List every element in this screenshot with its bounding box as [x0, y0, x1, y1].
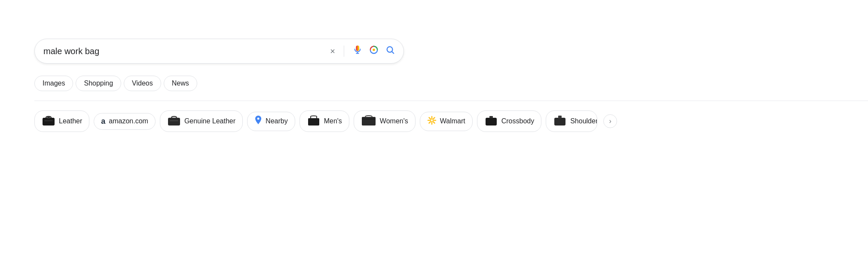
- divider: [344, 46, 344, 57]
- search-icons: ×: [330, 45, 395, 57]
- svg-line-19: [433, 117, 434, 119]
- search-input[interactable]: [43, 46, 330, 56]
- svg-rect-6: [44, 120, 53, 121]
- leather-label: Leather: [59, 117, 82, 125]
- shoulder-label: Shoulder: [570, 117, 597, 125]
- leather-bag-icon: [42, 114, 55, 128]
- clear-icon[interactable]: ×: [330, 47, 335, 55]
- genuine-leather-bag-icon: [167, 114, 181, 128]
- tab-images[interactable]: Images: [34, 76, 73, 91]
- tab-shopping[interactable]: Shopping: [76, 76, 121, 91]
- womens-bag-icon: [361, 114, 376, 128]
- svg-line-3: [392, 52, 394, 53]
- separator: [34, 101, 868, 101]
- svg-rect-22: [489, 116, 493, 118]
- svg-point-1: [373, 49, 375, 51]
- walmart-icon: [427, 116, 437, 127]
- tab-videos[interactable]: Videos: [124, 76, 161, 91]
- amazon-label: amazon.com: [109, 117, 148, 125]
- svg-rect-23: [554, 118, 565, 125]
- shoulder-bag-icon: [553, 114, 567, 128]
- svg-rect-21: [486, 118, 497, 125]
- svg-line-18: [433, 121, 434, 123]
- filter-chip-crossbody[interactable]: Crossbody: [477, 110, 541, 132]
- filter-chip-leather[interactable]: Leather: [34, 110, 89, 132]
- svg-rect-10: [308, 118, 319, 125]
- svg-rect-4: [43, 118, 55, 125]
- microphone-icon[interactable]: [353, 45, 362, 57]
- filter-chip-nearby[interactable]: Nearby: [247, 112, 295, 131]
- mens-label: Men's: [324, 117, 342, 125]
- svg-rect-24: [558, 116, 562, 118]
- crossbody-bag-icon: [484, 114, 498, 128]
- chevron-right-icon: ›: [609, 117, 611, 125]
- amazon-logo-icon: a: [101, 117, 105, 126]
- nearby-label: Nearby: [266, 117, 288, 125]
- svg-rect-12: [362, 119, 376, 119]
- search-button-icon[interactable]: [385, 45, 395, 57]
- svg-line-20: [429, 121, 431, 123]
- walmart-label: Walmart: [440, 117, 465, 125]
- genuine-leather-label: Genuine Leather: [184, 117, 235, 125]
- filter-chip-mens[interactable]: Men's: [300, 110, 349, 132]
- filter-chip-walmart[interactable]: Walmart: [420, 112, 473, 131]
- location-pin-icon: [254, 116, 262, 127]
- filter-chip-amazon[interactable]: a amazon.com: [94, 113, 156, 130]
- svg-point-9: [257, 117, 260, 119]
- svg-rect-7: [168, 118, 180, 125]
- svg-rect-8: [170, 120, 178, 121]
- search-tabs: Images Shopping Videos News: [34, 76, 197, 91]
- google-lens-icon[interactable]: [369, 45, 379, 57]
- page-container: ×: [0, 0, 868, 257]
- svg-rect-11: [362, 117, 376, 125]
- mens-bag-icon: [307, 114, 321, 128]
- filter-chip-genuine-leather[interactable]: Genuine Leather: [160, 110, 243, 132]
- crossbody-label: Crossbody: [501, 117, 534, 125]
- next-arrow-button[interactable]: ›: [603, 114, 617, 128]
- womens-label: Women's: [380, 117, 408, 125]
- svg-rect-5: [47, 117, 50, 119]
- filter-chips-row: Leather a amazon.com Genuine Leather: [34, 110, 868, 132]
- tab-news[interactable]: News: [164, 76, 197, 91]
- filter-chip-shoulder[interactable]: Shoulder: [546, 110, 597, 132]
- filter-chip-womens[interactable]: Women's: [354, 110, 416, 132]
- svg-line-17: [429, 117, 431, 119]
- search-bar: ×: [34, 39, 404, 64]
